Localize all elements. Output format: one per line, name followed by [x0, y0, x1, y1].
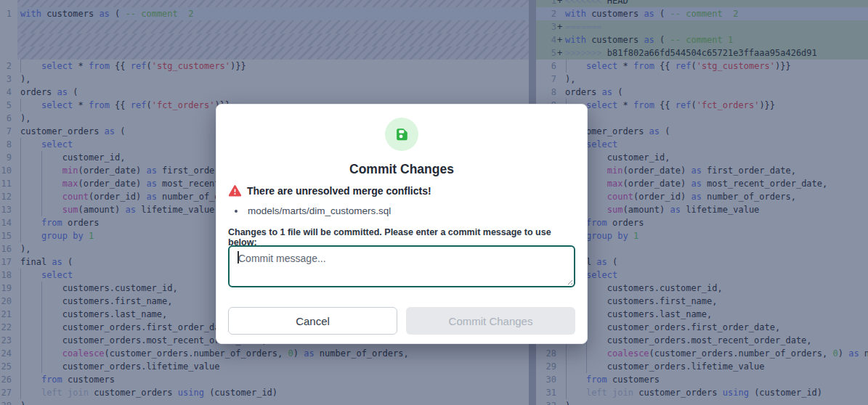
conflict-file-name: models/marts/dim_customers.sql — [248, 205, 391, 216]
conflict-file-item: models/marts/dim_customers.sql — [228, 205, 391, 216]
modal-title: Commit Changes — [216, 162, 587, 177]
text-cursor — [238, 251, 239, 263]
bullet-icon — [235, 210, 238, 213]
commit-instruction: Changes to 1 file will be committed. Ple… — [228, 227, 575, 248]
cancel-button[interactable]: Cancel — [228, 307, 397, 335]
commit-changes-modal: Commit Changes There are unresolved merg… — [216, 104, 588, 344]
commit-message-input[interactable] — [228, 245, 575, 287]
save-icon — [385, 118, 418, 151]
warning-icon — [228, 184, 242, 197]
warning-text: There are unresolved merge conflicts! — [247, 185, 431, 197]
commit-changes-button[interactable]: Commit Changes — [406, 307, 575, 335]
